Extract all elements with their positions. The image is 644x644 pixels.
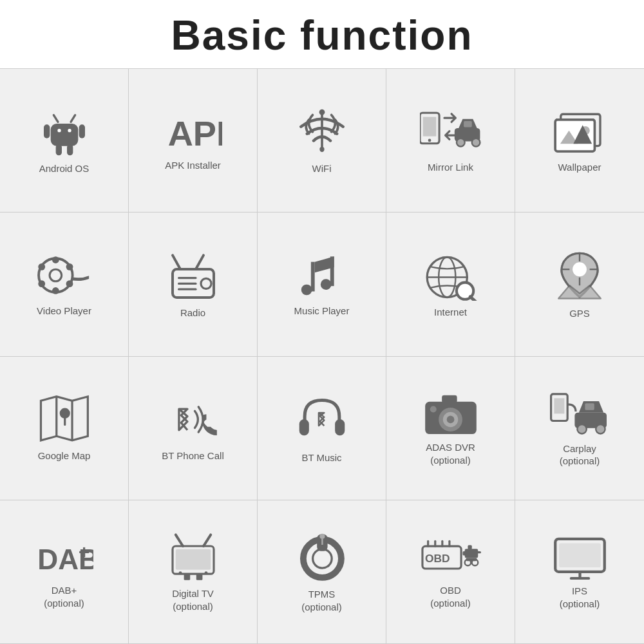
- dab-plus-icon: DAB +: [35, 534, 93, 579]
- svg-point-61: [446, 416, 454, 424]
- cell-adas-dvr: ADAS DVR (optional): [386, 357, 515, 500]
- bt-phone-call-icon: [164, 394, 222, 444]
- apk-installer-icon: APP: [164, 109, 222, 154]
- svg-rect-7: [55, 144, 61, 155]
- svg-point-83: [319, 534, 325, 539]
- svg-rect-77: [196, 574, 202, 581]
- bt-music-label: BT Music: [301, 451, 341, 464]
- cell-dab-plus: DAB + DAB+ (optional): [0, 500, 129, 644]
- svg-rect-62: [442, 395, 457, 403]
- carplay-label: Carplay (optional): [560, 442, 600, 468]
- svg-rect-41: [311, 262, 315, 292]
- svg-text:+: +: [79, 542, 90, 563]
- svg-rect-92: [468, 545, 471, 549]
- header: Basic function: [0, 0, 644, 69]
- svg-point-55: [60, 408, 70, 418]
- svg-rect-69: [585, 403, 594, 410]
- svg-point-12: [319, 109, 325, 115]
- google-map-label: Google Map: [38, 450, 91, 462]
- svg-point-23: [581, 126, 590, 135]
- svg-point-40: [321, 279, 332, 290]
- google-map-icon: [37, 394, 91, 444]
- digital-tv-icon: [167, 531, 219, 582]
- obd-icon: OBD: [420, 534, 481, 579]
- svg-point-25: [50, 269, 62, 281]
- svg-point-29: [66, 263, 73, 270]
- cell-bt-phone-call: BT Phone Call: [129, 357, 258, 500]
- svg-rect-19: [464, 121, 472, 128]
- page: Basic function Android OS APP APK Instal…: [0, 0, 644, 644]
- cell-bt-music: BT Music: [258, 357, 386, 500]
- svg-rect-65: [554, 398, 564, 413]
- svg-point-17: [457, 138, 465, 147]
- svg-point-39: [301, 285, 312, 296]
- svg-point-28: [38, 263, 45, 270]
- svg-point-81: [312, 549, 332, 569]
- bt-phone-call-label: BT Phone Call: [162, 450, 223, 462]
- svg-rect-8: [67, 144, 73, 155]
- music-player-label: Music Player: [294, 305, 350, 317]
- radio-icon: [167, 250, 219, 301]
- ips-icon: [553, 533, 607, 580]
- cell-gps: GPS: [515, 213, 644, 356]
- dab-plus-label: DAB+ (optional): [44, 584, 84, 609]
- svg-line-75: [204, 535, 211, 547]
- mirror-link-label: Mirror Link: [428, 161, 473, 174]
- cell-music-player: Music Player: [258, 213, 386, 356]
- svg-point-27: [52, 287, 59, 294]
- svg-line-37: [173, 255, 180, 269]
- svg-line-74: [175, 535, 182, 547]
- internet-icon: [422, 251, 480, 301]
- svg-point-63: [430, 406, 436, 413]
- cell-ips: IPS (optional): [515, 500, 644, 644]
- svg-line-2: [71, 115, 75, 122]
- svg-point-3: [57, 129, 61, 132]
- wifi-icon: [296, 106, 348, 157]
- svg-point-36: [201, 278, 211, 289]
- svg-point-79: [204, 572, 207, 575]
- svg-point-67: [577, 424, 586, 433]
- svg-rect-0: [50, 124, 78, 146]
- gps-label: GPS: [569, 307, 590, 320]
- mirror-link-icon: [420, 108, 481, 156]
- music-player-icon: [294, 251, 349, 299]
- cell-mirror-link: Mirror Link: [386, 69, 515, 213]
- android-os-label: Android OS: [39, 162, 90, 175]
- svg-rect-6: [79, 125, 84, 138]
- wifi-label: WiFi: [312, 162, 332, 175]
- svg-point-24: [39, 258, 73, 292]
- svg-rect-14: [423, 117, 437, 136]
- svg-point-15: [428, 138, 431, 142]
- digital-tv-label: Digital TV (optional): [172, 587, 214, 612]
- internet-label: Internet: [434, 306, 467, 319]
- svg-point-68: [596, 424, 605, 433]
- adas-dvr-icon: [422, 390, 479, 436]
- cell-apk-installer: APP APK Installer: [129, 69, 258, 213]
- radio-label: Radio: [180, 307, 205, 319]
- svg-rect-5: [44, 125, 50, 138]
- cell-carplay: Carplay (optional): [515, 357, 644, 500]
- wallpaper-icon: [553, 108, 607, 156]
- svg-point-18: [472, 138, 480, 147]
- svg-rect-73: [175, 549, 210, 570]
- cell-wallpaper: Wallpaper: [515, 69, 644, 213]
- gps-icon: [554, 249, 605, 302]
- svg-rect-99: [559, 544, 601, 567]
- bt-music-icon: [295, 392, 349, 446]
- svg-rect-56: [299, 419, 308, 435]
- cell-wifi: WiFi: [258, 69, 386, 213]
- adas-dvr-label: ADAS DVR (optional): [426, 441, 475, 466]
- carplay-icon: [550, 389, 609, 437]
- video-player-label: Video Player: [37, 305, 91, 317]
- cell-android-os: Android OS: [0, 69, 129, 213]
- svg-point-78: [178, 572, 182, 575]
- svg-rect-93: [463, 551, 466, 555]
- svg-rect-21: [555, 120, 594, 151]
- cell-internet: Internet: [386, 213, 515, 356]
- obd-label: OBD (optional): [430, 584, 471, 609]
- cell-digital-tv: Digital TV (optional): [129, 500, 258, 644]
- apk-installer-label: APK Installer: [165, 159, 221, 172]
- android-os-icon: [39, 106, 90, 157]
- svg-rect-57: [335, 419, 345, 435]
- cell-obd: OBD OBD (optional): [386, 500, 515, 644]
